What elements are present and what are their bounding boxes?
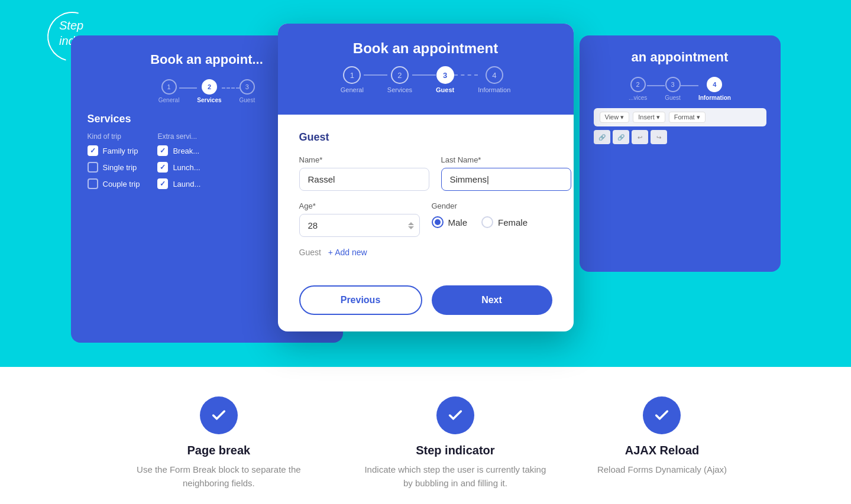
- step-indicator-icon: [436, 396, 474, 434]
- radio-female-circle[interactable]: [481, 216, 493, 228]
- add-new-link[interactable]: + Add new: [328, 248, 367, 257]
- age-gender-row: Age* Gender: [299, 201, 552, 237]
- link-icon-2[interactable]: 🔗: [613, 130, 629, 144]
- name-row: Name* Last Name*: [299, 155, 552, 191]
- gender-label: Gender: [432, 201, 552, 210]
- format-btn[interactable]: Format ▾: [669, 112, 706, 123]
- trip-family: ✓ Family trip: [88, 145, 140, 156]
- bg-right-step-4: 4 Information: [698, 77, 731, 101]
- step-label-1: General: [341, 86, 364, 93]
- spinner-up[interactable]: [408, 222, 414, 225]
- undo-icon[interactable]: ↩: [632, 130, 648, 144]
- modal-footer: Previous Next: [278, 285, 574, 331]
- radio-male-circle[interactable]: [432, 216, 444, 228]
- step-line-3: [454, 74, 478, 76]
- bg-right-step-3: 3 Guest: [665, 77, 681, 101]
- step-4: 4 Information: [478, 66, 510, 93]
- step-2: 2 Services: [387, 66, 412, 93]
- bg-left-step-label-2: Services: [197, 97, 221, 103]
- trip-single-checkbox[interactable]: [88, 162, 98, 173]
- next-button[interactable]: Next: [432, 285, 552, 315]
- bg-left-step-label-1: General: [158, 97, 180, 103]
- bg-left-step-circle-2: 2: [202, 79, 217, 95]
- extra-2-checkbox[interactable]: ✓: [157, 162, 168, 173]
- step-circle-4: 4: [486, 66, 503, 84]
- guest-label: Guest: [299, 248, 321, 257]
- extra-3-checkbox[interactable]: ✓: [157, 178, 168, 189]
- spinner-down[interactable]: [408, 226, 414, 229]
- spinner-arrows[interactable]: [408, 222, 414, 229]
- extra-2: ✓ Lunch...: [157, 162, 200, 173]
- ajax-reload-title: AJAX Reload: [625, 444, 700, 457]
- gender-group: Gender Male Female: [432, 201, 552, 237]
- age-group: Age*: [299, 201, 420, 237]
- bg-right-steps: 2 ...vices 3 Guest 4 Information: [594, 77, 766, 101]
- bottom-section: Page break Use the Form Break block to s…: [0, 367, 851, 504]
- bg-right-step-label-2: ...vices: [629, 95, 647, 101]
- trip-couple-checkbox[interactable]: [88, 178, 98, 189]
- age-input-wrapper: [299, 214, 420, 237]
- modal-header: Book an appointment 1 General 2 Services…: [278, 24, 574, 115]
- extra-services-col: Extra servi... ✓ Break... ✓ Lunch... ✓ L…: [157, 132, 200, 195]
- view-btn[interactable]: View ▾: [600, 112, 630, 123]
- bg-right-line-2: [681, 85, 698, 86]
- lastname-input[interactable]: [441, 168, 571, 191]
- extra-services-label: Extra servi...: [157, 132, 200, 141]
- radio-female-label: Female: [498, 217, 528, 227]
- extra-3: ✓ Laund...: [157, 178, 200, 189]
- bg-left-step-3: 3 Guest: [240, 79, 255, 103]
- step-1: 1 General: [341, 66, 364, 93]
- step-3: 3 Guest: [436, 66, 454, 93]
- age-input[interactable]: [299, 214, 420, 237]
- redo-icon[interactable]: ↪: [651, 130, 667, 144]
- page-break-desc: Use the Form Break block to separate the…: [124, 463, 313, 490]
- insert-btn[interactable]: Insert ▾: [633, 112, 665, 123]
- bg-right-step-label-4: Information: [698, 95, 731, 101]
- step-circle-2: 2: [391, 66, 409, 84]
- bg-right-step-circle-4: 4: [707, 77, 722, 92]
- top-section: Stepindicator → Book an appoint... 1 Gen…: [0, 0, 851, 367]
- bg-left-step-2: 2 Services: [197, 79, 221, 103]
- bg-right-step-circle-2: 2: [630, 77, 646, 92]
- bg-right-step-label-3: Guest: [665, 95, 681, 101]
- ajax-reload-icon: [643, 396, 681, 434]
- kind-of-trip-col: Kind of trip ✓ Family trip Single trip C…: [88, 132, 140, 195]
- bg-left-step-label-3: Guest: [240, 97, 255, 103]
- step-indicator-title: Step indicator: [416, 444, 494, 457]
- bg-right-step-circle-3: 3: [665, 77, 681, 92]
- bg-left-step-circle-3: 3: [240, 79, 255, 95]
- section-title: Guest: [299, 131, 552, 144]
- step-circle-1: 1: [343, 66, 361, 84]
- bg-right-line-1: [647, 85, 665, 86]
- radio-female[interactable]: Female: [481, 216, 528, 228]
- checkmark-svg-1: [211, 407, 227, 424]
- step-label-4: Information: [478, 86, 510, 93]
- lastname-group: Last Name*: [441, 155, 571, 191]
- previous-button[interactable]: Previous: [299, 285, 422, 315]
- step-indicator-desc: Indicate which step the user is currentl…: [361, 463, 550, 490]
- feature-page-break: Page break Use the Form Break block to s…: [124, 396, 313, 490]
- bg-card-right: an appointment 2 ...vices 3 Guest 4 Info…: [580, 35, 781, 272]
- modal-title: Book an appointment: [295, 40, 557, 57]
- extra-3-label: Laund...: [173, 180, 200, 188]
- cards-wrapper: Book an appoint... 1 General 2 Services …: [71, 24, 781, 331]
- radio-group: Male Female: [432, 214, 552, 228]
- checkmark-svg-3: [653, 407, 670, 424]
- guest-link-row: Guest + Add new: [299, 248, 552, 257]
- editor-icons: 🔗 🔗 ↩ ↪: [594, 130, 766, 144]
- step-line-2: [412, 74, 436, 76]
- main-modal: Book an appointment 1 General 2 Services…: [278, 24, 574, 331]
- bg-left-step-1: 1 General: [158, 79, 180, 103]
- trip-single: Single trip: [88, 162, 140, 173]
- trip-family-checkbox[interactable]: ✓: [88, 145, 98, 156]
- steps-bar: 1 General 2 Services 3 Guest: [295, 57, 557, 98]
- name-input[interactable]: [299, 168, 429, 191]
- step-label-2: Services: [387, 86, 412, 93]
- extra-1-checkbox[interactable]: ✓: [157, 145, 168, 156]
- trip-family-label: Family trip: [103, 147, 138, 155]
- link-icon-1[interactable]: 🔗: [594, 130, 610, 144]
- bg-right-step-2: 2 ...vices: [629, 77, 647, 101]
- radio-male[interactable]: Male: [432, 216, 468, 228]
- radio-male-dot: [435, 219, 441, 225]
- extra-1: ✓ Break...: [157, 145, 200, 156]
